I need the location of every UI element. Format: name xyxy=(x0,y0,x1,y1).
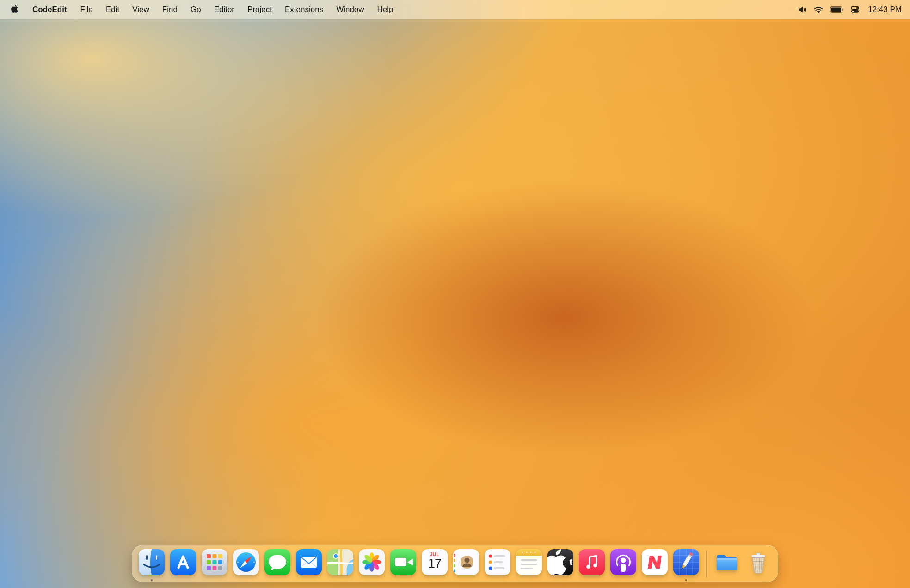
apple-logo-icon xyxy=(11,5,18,15)
folder-icon xyxy=(714,549,740,575)
tv-label: tv xyxy=(570,557,573,567)
menu-bar-clock[interactable]: 12:43 PM xyxy=(866,5,902,14)
contacts-icon xyxy=(453,549,479,575)
dock-item-photos[interactable] xyxy=(358,545,386,582)
news-icon xyxy=(642,549,668,575)
finder-icon xyxy=(139,549,165,575)
dock-item-launchpad[interactable] xyxy=(201,545,228,582)
dock-item-app-store[interactable] xyxy=(169,545,197,582)
menu-bar-status-area: 12:43 PM xyxy=(798,0,910,19)
dock-item-music[interactable] xyxy=(578,545,606,582)
facetime-icon xyxy=(390,549,416,575)
menu-editor[interactable]: Editor xyxy=(208,0,241,19)
dock-item-podcasts[interactable] xyxy=(609,545,637,582)
menu-go[interactable]: Go xyxy=(184,0,208,19)
tv-icon: tv xyxy=(547,549,573,575)
volume-icon[interactable] xyxy=(798,0,807,19)
menu-edit[interactable]: Edit xyxy=(99,0,126,19)
dock-item-folder[interactable] xyxy=(713,545,741,582)
control-center-icon[interactable] xyxy=(851,0,859,19)
menu-extensions[interactable]: Extensions xyxy=(278,0,330,19)
maps-icon xyxy=(327,549,353,575)
tv-apple-glyph xyxy=(547,549,569,575)
dock-item-maps[interactable] xyxy=(326,545,354,582)
running-indicator xyxy=(151,579,153,581)
safari-icon xyxy=(233,549,259,575)
dock-item-mail[interactable] xyxy=(295,545,323,582)
dock-item-reminders[interactable] xyxy=(484,545,511,582)
menu-file[interactable]: File xyxy=(74,0,99,19)
podcasts-icon xyxy=(610,549,636,575)
dock-item-finder[interactable] xyxy=(138,545,166,582)
dock-item-tv[interactable]: tv xyxy=(547,545,574,582)
trash-icon xyxy=(745,549,771,575)
active-app-menu[interactable]: CodeEdit xyxy=(25,0,74,19)
calendar-icon: JUL 17 xyxy=(422,549,448,575)
music-icon xyxy=(579,549,605,575)
dock-separator xyxy=(706,551,707,577)
notes-icon xyxy=(516,549,542,575)
calendar-day-label: 17 xyxy=(428,557,441,570)
desktop-wallpaper[interactable] xyxy=(0,0,910,588)
menu-bar: CodeEdit File Edit View Find Go Editor P… xyxy=(0,0,910,19)
launchpad-icon xyxy=(202,549,228,575)
app-store-icon xyxy=(170,549,196,575)
dock-item-facetime[interactable] xyxy=(389,545,417,582)
dock: JUL 17 xyxy=(132,545,778,582)
wifi-icon[interactable] xyxy=(814,0,823,19)
dock-item-contacts[interactable] xyxy=(452,545,480,582)
running-indicator xyxy=(685,579,687,581)
dock-item-codeedit[interactable] xyxy=(672,545,700,582)
messages-icon xyxy=(264,549,290,575)
dock-item-calendar[interactable]: JUL 17 xyxy=(421,545,449,582)
dock-item-news[interactable] xyxy=(641,545,669,582)
dock-item-messages[interactable] xyxy=(264,545,291,582)
dock-item-trash[interactable] xyxy=(744,545,772,582)
battery-icon[interactable] xyxy=(830,0,844,19)
menu-bar-left: CodeEdit File Edit View Find Go Editor P… xyxy=(0,0,400,19)
menu-window[interactable]: Window xyxy=(330,0,370,19)
menu-project[interactable]: Project xyxy=(241,0,278,19)
codeedit-icon xyxy=(673,549,699,575)
reminders-icon xyxy=(485,549,510,575)
menu-find[interactable]: Find xyxy=(156,0,184,19)
photos-icon xyxy=(359,549,385,575)
apple-menu[interactable] xyxy=(0,0,25,19)
dock-item-notes[interactable] xyxy=(515,545,543,582)
menu-help[interactable]: Help xyxy=(371,0,400,19)
mail-icon xyxy=(296,549,322,575)
dock-item-safari[interactable] xyxy=(232,545,260,582)
menu-view[interactable]: View xyxy=(126,0,156,19)
